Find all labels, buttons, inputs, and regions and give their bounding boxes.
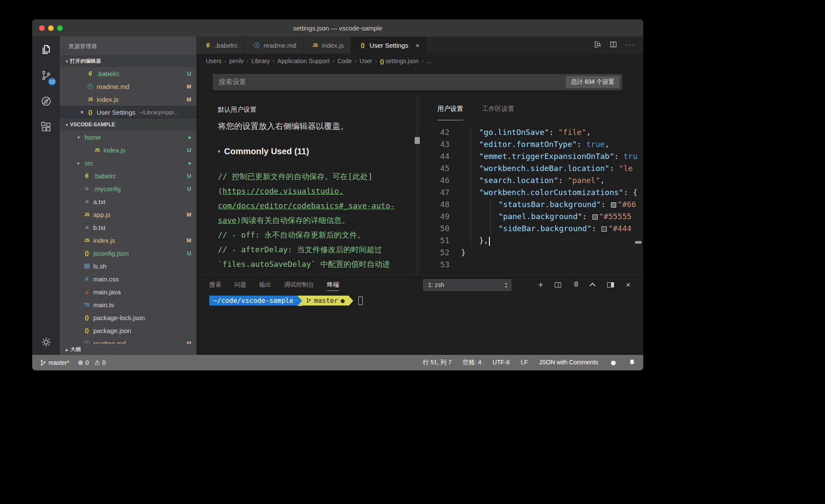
editor-tab-index-js[interactable]: JSindex.js: [303, 37, 351, 54]
breadcrumb-separator-icon: ›: [333, 58, 334, 64]
panel-tab-问题[interactable]: 问题: [234, 279, 246, 291]
js-file-icon: JS: [83, 238, 91, 243]
editor-tab-user-settings[interactable]: {}User Settings×: [351, 37, 427, 54]
status-item[interactable]: UTF-8: [492, 359, 510, 367]
tree-item[interactable]: {}jsconfig.jsonU: [60, 247, 196, 260]
maximize-panel-icon[interactable]: [590, 283, 596, 289]
new-terminal-icon[interactable]: +: [538, 281, 543, 288]
open-editors-header[interactable]: ▾ 打开的编辑器: [60, 55, 196, 67]
editor-tab--babelrc[interactable]: 6.babelrc: [196, 37, 245, 54]
error-icon: ⊗: [78, 359, 83, 367]
toggle-panel-position-icon[interactable]: [607, 282, 614, 287]
settings-scope-tab[interactable]: 用户设置: [437, 105, 463, 120]
search-editor-icon[interactable]: [594, 41, 601, 50]
comment-line: `files.autoSaveDelay` 中配置的值时自动进: [218, 257, 416, 272]
status-item[interactable]: LF: [521, 359, 528, 367]
breadcrumb-item[interactable]: {} settings.json: [380, 58, 419, 64]
git-branch-status[interactable]: master*: [40, 359, 69, 366]
extensions-icon[interactable]: [32, 114, 60, 140]
tree-item[interactable]: JSindex.jsU: [60, 144, 196, 156]
file-label: src: [85, 159, 93, 167]
pane-sash[interactable]: [416, 96, 419, 275]
breadcrumb-item[interactable]: User: [360, 58, 373, 64]
editor-tab-readme-md[interactable]: ireadme.md: [245, 37, 303, 54]
traffic-lights: [39, 19, 63, 37]
chevron-down-icon: ▾: [218, 149, 220, 154]
breadcrumb-item[interactable]: Application Support: [278, 58, 330, 64]
status-item[interactable]: 行 51, 列 7: [423, 359, 452, 367]
breadcrumb-item[interactable]: Code: [337, 58, 351, 64]
tree-item[interactable]: main.java: [60, 285, 196, 298]
tree-item[interactable]: #main.css: [60, 272, 196, 285]
panel-tab-终端[interactable]: 终端: [327, 279, 339, 291]
breadcrumb-item[interactable]: Library: [251, 58, 270, 64]
open-editor-item[interactable]: ireadme.mdM: [60, 80, 196, 93]
panel-tab-调试控制台[interactable]: 调试控制台: [284, 279, 314, 291]
breadcrumb-item[interactable]: penlv: [229, 58, 244, 64]
more-actions-icon[interactable]: ···: [626, 41, 636, 49]
explorer-icon[interactable]: [32, 37, 60, 62]
debug-icon[interactable]: [32, 88, 60, 114]
status-item[interactable]: 空格: 4: [463, 359, 482, 367]
color-swatch: [602, 226, 607, 232]
tree-item[interactable]: {}package-lock.json: [60, 311, 196, 324]
file-label: index.js: [104, 147, 125, 154]
doc-link[interactable]: save: [218, 216, 236, 225]
hash-file-icon: #: [83, 275, 91, 282]
commonly-used-section[interactable]: ▾ Commonly Used (11): [218, 147, 416, 156]
tree-item[interactable]: ireadme.mdM: [60, 337, 196, 344]
editor-tab-bar: 6.babelrcireadme.mdJSindex.js{}User Sett…: [196, 37, 643, 54]
settings-search-bar: 总计 834 个设置: [213, 74, 622, 90]
notifications-bell-icon[interactable]: [629, 359, 636, 367]
problems-status[interactable]: ⊗ 0 ⚠ 0: [78, 359, 106, 367]
split-editor-icon[interactable]: [610, 41, 617, 50]
file-label: index.js: [97, 96, 119, 103]
tree-item[interactable]: ≡b.txt: [60, 221, 196, 234]
braces-file-icon: {}: [359, 42, 367, 48]
java-file-icon: [83, 289, 91, 295]
source-control-icon[interactable]: 13: [32, 62, 60, 88]
open-editor-item[interactable]: JSindex.jsM: [60, 93, 196, 106]
terminal[interactable]: ~/code/vscode-sample master ●: [196, 294, 643, 355]
git-status-badge: U: [185, 173, 191, 179]
tree-item[interactable]: ▾home●: [60, 131, 196, 144]
line-number: 44: [419, 150, 449, 162]
settings-search-input[interactable]: [213, 78, 499, 86]
open-editor-item[interactable]: 6.babelrcU: [60, 67, 196, 80]
kill-terminal-icon[interactable]: [573, 281, 580, 289]
feedback-smiley-icon[interactable]: ☻: [609, 358, 617, 367]
close-editor-icon[interactable]: ×: [79, 109, 86, 116]
settings-json-editor[interactable]: 42"go.lintOnSave": "file",43"editor.form…: [419, 120, 643, 275]
terminal-picker-select[interactable]: 1: zsh ▲▼: [423, 279, 511, 291]
status-item[interactable]: JSON with Comments: [539, 359, 598, 367]
open-editor-item[interactable]: ×{}User Settings~/Library/Appl...: [60, 106, 196, 119]
tree-item[interactable]: TSmain.ts: [60, 298, 196, 311]
code-line: 52}: [419, 247, 643, 259]
doc-link[interactable]: https://code.visualstudio.: [223, 186, 344, 195]
tree-item[interactable]: JSindex.jsM: [60, 234, 196, 247]
doc-link[interactable]: com/docs/editor/codebasics#_save-auto-: [218, 201, 395, 210]
tree-item[interactable]: ▸src●: [60, 156, 196, 169]
settings-scope-tab[interactable]: 工作区设置: [482, 105, 514, 120]
tree-item[interactable]: ≡a.txt: [60, 195, 196, 208]
close-panel-icon[interactable]: ×: [626, 281, 630, 290]
tree-item[interactable]: JSapp.jsM: [60, 208, 196, 221]
close-window-button[interactable]: [39, 25, 45, 31]
panel-tab-输出[interactable]: 输出: [259, 279, 271, 291]
tree-item[interactable]: ≡.myconfigU: [60, 182, 196, 195]
screen: settings.json — vscode-sample 13: [0, 0, 825, 504]
branch-icon: [306, 298, 312, 303]
zoom-window-button[interactable]: [57, 25, 63, 31]
tree-item[interactable]: {}package.json: [60, 324, 196, 337]
settings-gear-icon[interactable]: [32, 329, 60, 355]
minimize-window-button[interactable]: [48, 25, 54, 31]
tree-item[interactable]: 6.babelrcU: [60, 169, 196, 182]
tree-item[interactable]: ls.sh: [60, 260, 196, 272]
breadcrumb-item[interactable]: Users: [206, 58, 222, 64]
split-terminal-icon[interactable]: [555, 282, 561, 287]
panel-tab-搜索[interactable]: 搜索: [209, 279, 221, 291]
breadcrumb-item[interactable]: ...: [427, 58, 432, 64]
project-section-header[interactable]: ▾ VSCODE-SAMPLE: [60, 119, 196, 131]
outline-section-header[interactable]: ▸ 大纲: [60, 344, 196, 355]
close-tab-icon[interactable]: ×: [416, 42, 419, 49]
